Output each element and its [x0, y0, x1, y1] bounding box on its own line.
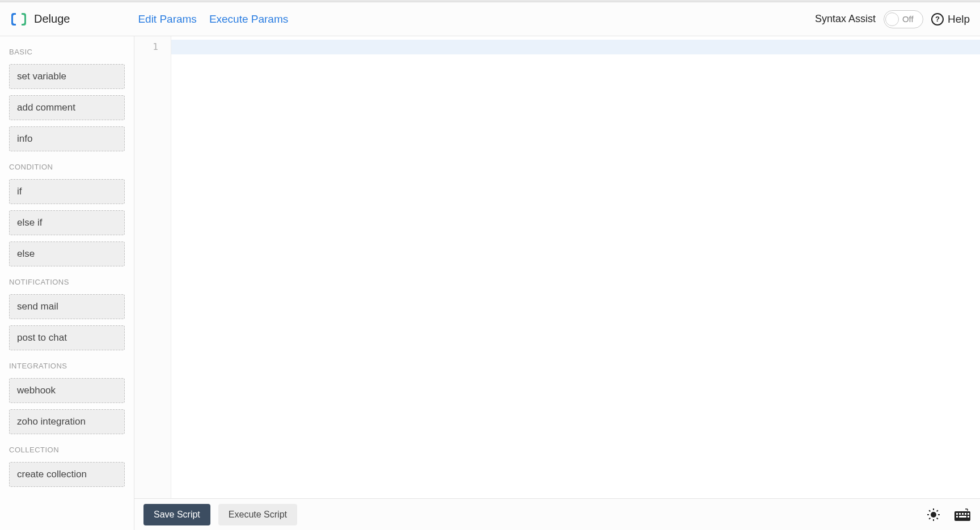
- category-label: BASIC: [9, 48, 125, 56]
- snippet-item[interactable]: if: [9, 179, 125, 204]
- category-label: CONDITION: [9, 163, 125, 171]
- edit-params-link[interactable]: Edit Params: [138, 13, 196, 26]
- snippet-item[interactable]: set variable: [9, 64, 125, 89]
- snippet-item[interactable]: add comment: [9, 95, 125, 120]
- svg-line-7: [929, 518, 930, 519]
- snippet-item[interactable]: send mail: [9, 294, 125, 319]
- app-title: Deluge: [34, 12, 70, 26]
- header-right: Syntax Assist Off ? Help: [815, 10, 970, 28]
- svg-point-0: [931, 512, 936, 518]
- help-label: Help: [948, 13, 970, 26]
- svg-line-6: [937, 518, 938, 519]
- category-label: NOTIFICATIONS: [9, 278, 125, 286]
- svg-rect-15: [965, 513, 966, 515]
- header: Deluge Edit Params Execute Params Syntax…: [0, 2, 980, 36]
- help-icon: ?: [931, 13, 944, 26]
- snippet-item[interactable]: post to chat: [9, 325, 125, 350]
- sidebar: BASICset variableadd commentinfoCONDITIO…: [0, 36, 134, 530]
- main: BASICset variableadd commentinfoCONDITIO…: [0, 36, 980, 530]
- snippet-item[interactable]: else if: [9, 210, 125, 235]
- snippet-item[interactable]: else: [9, 241, 125, 266]
- logo-wrap: Deluge: [10, 11, 70, 28]
- code-area[interactable]: [171, 36, 980, 498]
- header-links: Edit Params Execute Params: [138, 13, 288, 26]
- svg-line-5: [929, 510, 930, 511]
- category-block: COLLECTIONcreate collection: [9, 446, 125, 487]
- help-button[interactable]: ? Help: [931, 13, 970, 26]
- svg-rect-14: [962, 513, 964, 515]
- snippet-item[interactable]: zoho integration: [9, 409, 125, 434]
- snippet-item[interactable]: info: [9, 126, 125, 151]
- category-label: COLLECTION: [9, 446, 125, 454]
- keyboard-icon[interactable]: [954, 508, 971, 521]
- syntax-assist-label: Syntax Assist: [815, 13, 876, 25]
- svg-rect-17: [956, 516, 958, 518]
- code-line-active[interactable]: [171, 40, 980, 54]
- line-number: 1: [134, 40, 171, 54]
- editor-area: 1 Save Script Execute Script: [134, 36, 980, 530]
- svg-rect-18: [959, 516, 966, 518]
- svg-rect-19: [968, 516, 969, 518]
- footer-right: [927, 508, 971, 521]
- theme-toggle-icon[interactable]: [927, 508, 940, 521]
- syntax-assist-toggle[interactable]: Off: [884, 10, 923, 28]
- toggle-state-label: Off: [902, 14, 914, 24]
- editor-body: 1: [134, 36, 980, 498]
- category-block: NOTIFICATIONSsend mailpost to chat: [9, 278, 125, 350]
- deluge-logo-icon: [10, 11, 27, 28]
- footer: Save Script Execute Script: [134, 498, 980, 530]
- execute-script-button[interactable]: Execute Script: [218, 504, 297, 525]
- category-block: INTEGRATIONSwebhookzoho integration: [9, 362, 125, 434]
- execute-params-link[interactable]: Execute Params: [209, 13, 288, 26]
- category-label: INTEGRATIONS: [9, 362, 125, 370]
- save-script-button[interactable]: Save Script: [143, 504, 210, 525]
- toggle-knob: [885, 12, 899, 26]
- svg-rect-13: [959, 513, 961, 515]
- svg-rect-16: [968, 513, 969, 515]
- line-gutter: 1: [134, 36, 171, 498]
- snippet-item[interactable]: webhook: [9, 378, 125, 403]
- category-block: BASICset variableadd commentinfo: [9, 48, 125, 151]
- svg-line-8: [937, 510, 938, 511]
- snippet-item[interactable]: create collection: [9, 462, 125, 487]
- category-block: CONDITIONifelse ifelse: [9, 163, 125, 266]
- svg-rect-12: [956, 513, 958, 515]
